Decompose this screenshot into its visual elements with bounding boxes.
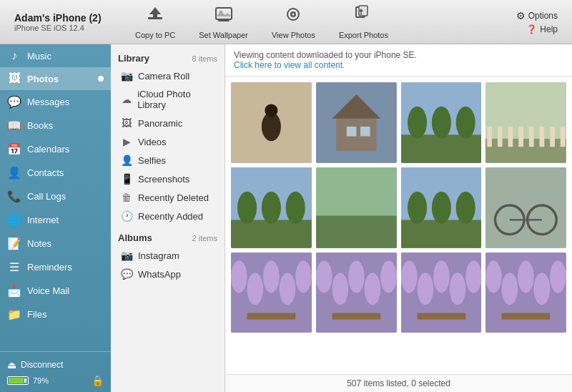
recently-deleted-icon: 🗑 <box>121 192 132 203</box>
instagram-icon: 📷 <box>121 250 132 261</box>
svg-rect-31 <box>498 127 503 147</box>
photo-thumb-3[interactable] <box>485 82 566 163</box>
sidebar-item-messages-label: Messages <box>27 97 69 107</box>
sidebar-item-contacts-label: Contacts <box>27 167 64 178</box>
svg-point-26 <box>455 107 475 139</box>
svg-rect-30 <box>488 127 493 147</box>
photo-thumb-9[interactable] <box>316 253 397 333</box>
wallpaper-icon <box>214 4 234 29</box>
disconnect-button[interactable]: ⏏ Disconnect <box>7 356 104 373</box>
music-icon: ♪ <box>7 49 21 62</box>
files-icon: 📁 <box>7 308 21 321</box>
photo-thumb-5[interactable] <box>316 167 397 248</box>
svg-point-78 <box>433 260 450 293</box>
sidebar-item-contacts[interactable]: 👤 Contacts <box>0 161 111 185</box>
toolbar: Copy to PC Set Wallpaper View Photos Exp… <box>118 0 516 44</box>
sidebar-item-internet[interactable]: 🌐 Internet <box>0 208 111 232</box>
copy-to-pc-button[interactable]: Copy to PC <box>125 0 185 44</box>
svg-point-61 <box>247 273 264 305</box>
panel-item-screenshots[interactable]: 📱 Screenshots <box>111 170 225 188</box>
photo-thumb-6[interactable] <box>401 167 482 248</box>
panel-item-panoramic[interactable]: 🖼 Panoramic <box>111 114 225 132</box>
panel-item-whatsapp[interactable]: 💬 WhatsApp <box>111 265 225 283</box>
messages-icon: 💬 <box>7 95 21 109</box>
icloud-label: iCloud Photo Library <box>137 89 217 110</box>
selfies-label: Selfies <box>138 155 166 166</box>
content-area: Viewing content downloaded to your iPhon… <box>225 44 572 392</box>
view-photos-button[interactable]: View Photos <box>262 0 325 44</box>
panel-item-recently-deleted[interactable]: 🗑 Recently Deleted <box>111 188 225 207</box>
sidebar-item-notes[interactable]: 📝 Notes <box>0 232 111 255</box>
options-label: Options <box>528 11 558 21</box>
device-title: Adam's iPhone (2) iPhone SE iOS 12.4 <box>7 6 118 38</box>
videos-label: Videos <box>138 137 167 147</box>
battery-pct: 79% <box>33 376 49 385</box>
photo-thumb-1[interactable] <box>316 82 397 163</box>
panel-item-instagram[interactable]: 📷 Instagram <box>111 246 225 265</box>
sidebar: ♪ Music 🖼 Photos 💬 Messages 📖 Books 📅 Ca… <box>0 44 111 392</box>
help-button[interactable]: ❓ Help <box>526 24 558 34</box>
svg-point-62 <box>263 260 280 293</box>
copy-to-pc-label: Copy to PC <box>135 31 175 39</box>
export-photos-button[interactable]: Export Photos <box>329 0 398 44</box>
sidebar-item-reminders[interactable]: ☰ Reminders <box>0 255 111 279</box>
panel-item-recently-added[interactable]: 🕐 Recently Added <box>111 207 225 225</box>
panel-item-selfies[interactable]: 👤 Selfies <box>111 151 225 170</box>
svg-rect-39 <box>231 220 312 248</box>
svg-rect-33 <box>518 127 523 147</box>
panel-item-camera-roll[interactable]: 📷 Camera Roll <box>111 67 225 85</box>
photo-thumb-4[interactable] <box>231 167 312 248</box>
contacts-icon: 👤 <box>7 166 21 180</box>
sidebar-item-voice-mail[interactable]: 📩 Voice Mail <box>0 279 111 303</box>
camera-roll-icon: 📷 <box>121 70 132 82</box>
voicemail-icon: 📩 <box>7 284 21 298</box>
sidebar-item-call-logs[interactable]: 📞 Call Logs <box>0 185 111 208</box>
device-sub: iPhone SE iOS 12.4 <box>14 24 111 32</box>
photo-thumb-11[interactable] <box>485 253 566 333</box>
photo-thumb-7[interactable] <box>485 167 566 248</box>
photo-thumb-8[interactable] <box>231 253 312 333</box>
view-all-link[interactable]: Click here to view all content. <box>234 60 345 70</box>
photo-thumb-2[interactable] <box>401 82 482 163</box>
sidebar-item-messages[interactable]: 💬 Messages <box>0 90 111 114</box>
svg-marker-1 <box>149 7 161 18</box>
svg-point-88 <box>550 260 566 293</box>
svg-rect-81 <box>417 313 465 319</box>
panel-item-icloud[interactable]: ☁ iCloud Photo Library <box>111 85 225 114</box>
selfies-icon: 👤 <box>121 155 132 166</box>
sidebar-item-books-label: Books <box>27 120 53 131</box>
export-photos-label: Export Photos <box>339 31 388 39</box>
svg-rect-20 <box>360 127 370 137</box>
sidebar-item-files-label: Files <box>27 309 46 320</box>
screenshots-label: Screenshots <box>138 174 189 185</box>
sidebar-bottom: ⏏ Disconnect 79% 🔒 <box>0 351 111 392</box>
options-button[interactable]: ⚙ Options <box>516 10 558 21</box>
instagram-label: Instagram <box>138 250 179 261</box>
photo-thumb-0[interactable] <box>231 82 312 163</box>
sidebar-item-music[interactable]: ♪ Music <box>0 44 111 67</box>
library-header: Library 8 items <box>111 50 225 67</box>
svg-point-77 <box>417 273 433 305</box>
sidebar-item-calendars[interactable]: 📅 Calendars <box>0 137 111 161</box>
photo-thumb-10[interactable] <box>401 253 482 333</box>
calendars-icon: 📅 <box>7 142 21 156</box>
library-label: Library <box>118 53 149 64</box>
panel-item-videos[interactable]: ▶ Videos <box>111 132 225 151</box>
call-logs-icon: 📞 <box>7 190 21 203</box>
svg-point-69 <box>332 273 348 305</box>
set-wallpaper-button[interactable]: Set Wallpaper <box>189 0 258 44</box>
disconnect-icon: ⏏ <box>7 359 16 371</box>
copy-icon <box>145 4 165 29</box>
whatsapp-icon: 💬 <box>121 268 132 280</box>
svg-point-86 <box>518 260 534 293</box>
sidebar-item-files[interactable]: 📁 Files <box>0 303 111 326</box>
info-text: Viewing content downloaded to your iPhon… <box>234 50 417 60</box>
svg-point-70 <box>348 260 365 293</box>
svg-point-8 <box>292 14 295 16</box>
sidebar-item-books[interactable]: 📖 Books <box>0 114 111 137</box>
svg-rect-89 <box>502 313 551 319</box>
sidebar-item-photos[interactable]: 🖼 Photos <box>0 67 111 90</box>
svg-point-50 <box>408 192 427 224</box>
svg-point-85 <box>502 273 518 305</box>
recently-added-icon: 🕐 <box>121 210 132 222</box>
